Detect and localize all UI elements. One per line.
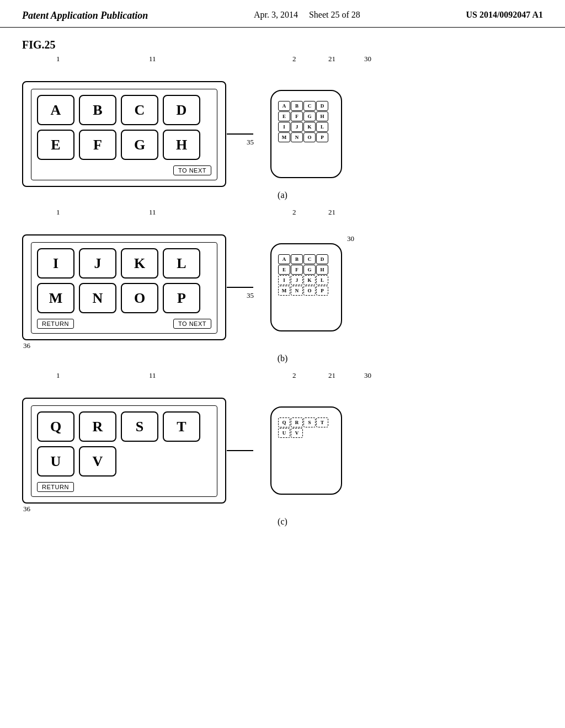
key-G-a[interactable]: G: [121, 130, 158, 160]
bottom-row-b: RETURN TO NEXT: [37, 319, 211, 329]
phone-key-U-c: U: [278, 428, 290, 438]
phone-key-O-b: O: [303, 286, 316, 296]
ref-21-c: 21: [328, 371, 335, 380]
ref-36-c: 36: [23, 505, 543, 513]
phone-key-A-b: A: [278, 254, 290, 264]
phone-key-D-a: D: [316, 101, 328, 111]
phone-inner-a: A B C D E F G H I J K L: [278, 101, 334, 142]
connector-line-b: [227, 287, 253, 288]
phone-key-E-b: E: [278, 265, 290, 275]
connector-line-a: [227, 133, 253, 135]
key-A-a[interactable]: A: [37, 95, 74, 125]
key-M-b[interactable]: M: [37, 283, 74, 313]
subfig-b-caption: (b): [22, 354, 543, 363]
phone-inner-b: A B C D E F G H I J K: [278, 254, 334, 296]
key-I-b[interactable]: I: [37, 248, 74, 279]
main-content: FIG.25 1 11 2 21 30 A: [0, 28, 565, 548]
key-C-a[interactable]: C: [121, 95, 158, 125]
ref-30-c: 30: [364, 371, 371, 380]
phone-key-O-a: O: [303, 132, 316, 142]
phone-row-2-a: E F G H: [278, 111, 334, 121]
phone-key-P-a: P: [316, 132, 328, 142]
key-B-a[interactable]: B: [79, 95, 116, 125]
return-btn-c[interactable]: RETURN: [37, 482, 74, 492]
phone-key-H-a: H: [316, 111, 328, 121]
publication-date: Apr. 3, 2014: [254, 10, 298, 19]
display-device-b: I J K L M N O P RETURN TO NEXT: [22, 234, 226, 340]
key-F-a[interactable]: F: [79, 130, 116, 160]
phone-key-G-b: G: [303, 265, 316, 275]
key-Q-c[interactable]: Q: [37, 411, 74, 442]
display-device-a: A B C D E F G H TO NEXT: [22, 81, 226, 187]
phone-row-3-a: I J K L: [278, 122, 334, 132]
tonext-btn-b[interactable]: TO NEXT: [173, 319, 211, 329]
phone-key-G-a: G: [303, 111, 316, 121]
key-S-c[interactable]: S: [121, 411, 158, 442]
phone-key-L-a: L: [316, 122, 328, 132]
phone-row-2-c-highlight: U V: [278, 428, 334, 438]
ref-2-a: 2: [292, 55, 296, 63]
phone-key-P-b: P: [316, 286, 328, 296]
ref-35-a: 35: [247, 138, 254, 147]
phone-key-M-a: M: [278, 132, 290, 142]
phone-key-N-b: N: [291, 286, 303, 296]
key-H-a[interactable]: H: [163, 130, 200, 160]
key-V-c[interactable]: V: [79, 446, 116, 477]
phone-key-B-a: B: [291, 101, 303, 111]
display-inner-b: I J K L M N O P RETURN TO NEXT: [31, 242, 217, 334]
phone-key-L-b: L: [316, 275, 328, 285]
key-row-1-a: A B C D: [37, 95, 200, 125]
phone-row-4-b-highlight: M N O P: [278, 286, 334, 296]
key-U-c[interactable]: U: [37, 446, 74, 477]
tonext-btn-a[interactable]: TO NEXT: [173, 165, 211, 175]
phone-row-4-a: M N O P: [278, 132, 334, 142]
phone-key-J-b: J: [291, 275, 303, 285]
ref-36-b: 36: [23, 341, 543, 350]
phone-key-C-a: C: [303, 101, 316, 111]
ref-11-b: 11: [149, 208, 156, 217]
display-inner-a: A B C D E F G H TO NEXT: [31, 89, 217, 180]
connector-b: 35: [226, 287, 254, 288]
ref-11-a: 11: [149, 55, 156, 63]
phone-key-N-a: N: [291, 132, 303, 142]
phone-key-Q-c: Q: [278, 417, 290, 427]
key-L-b[interactable]: L: [163, 248, 200, 279]
phone-key-F-a: F: [291, 111, 303, 121]
subfig-a-caption: (a): [22, 190, 543, 200]
key-row-2-b: M N O P: [37, 283, 200, 313]
phone-key-F-b: F: [291, 265, 303, 275]
ref-30-b: 30: [347, 234, 354, 243]
key-D-a[interactable]: D: [163, 95, 200, 125]
key-O-b[interactable]: O: [121, 283, 158, 313]
phone-row-1-c-highlight: Q R S T: [278, 417, 334, 427]
bottom-row-a: TO NEXT: [37, 165, 211, 175]
ref-35-b: 35: [247, 291, 254, 300]
key-N-b[interactable]: N: [79, 283, 116, 313]
ref-30-a: 30: [364, 55, 371, 63]
ref-1-c: 1: [56, 371, 60, 380]
phone-device-b: 30 A B C D E F G H: [270, 243, 342, 331]
phone-key-H-b: H: [316, 265, 328, 275]
key-row-2-a: E F G H: [37, 130, 200, 160]
ref-11-c: 11: [149, 371, 156, 380]
phone-row-3-b-highlight: I J K L: [278, 275, 334, 285]
key-R-c[interactable]: R: [79, 411, 116, 442]
phone-key-B-b: B: [291, 254, 303, 264]
ref-1-a: 1: [56, 55, 60, 63]
phone-device-c: Q R S T U V: [270, 406, 342, 495]
ref-1-b: 1: [56, 208, 60, 217]
phone-key-K-b: K: [303, 275, 316, 285]
key-P-b[interactable]: P: [163, 283, 200, 313]
phone-key-I-a: I: [278, 122, 290, 132]
display-inner-c: Q R S T U V RETURN: [31, 405, 217, 497]
ref-2-b: 2: [292, 208, 296, 217]
phone-key-R-c: R: [291, 417, 303, 427]
phone-row-1-a: A B C D: [278, 101, 334, 111]
key-J-b[interactable]: J: [79, 248, 116, 279]
phone-key-T-c: T: [316, 417, 328, 427]
key-K-b[interactable]: K: [121, 248, 158, 279]
phone-device-a: A B C D E F G H I J K L: [270, 90, 342, 178]
key-T-c[interactable]: T: [163, 411, 200, 442]
key-E-a[interactable]: E: [37, 130, 74, 160]
return-btn-b[interactable]: RETURN: [37, 319, 74, 329]
